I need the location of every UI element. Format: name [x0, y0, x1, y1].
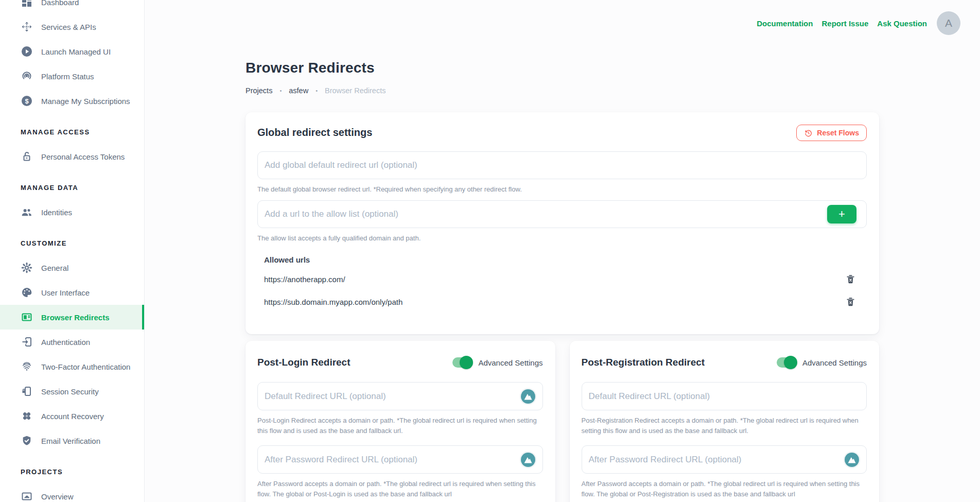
- breadcrumb-project-name[interactable]: asfew: [289, 86, 308, 95]
- mountain-circle-icon[interactable]: [520, 452, 536, 468]
- flow-cards-row: Post-Login Redirect Advanced Settings Po…: [246, 341, 879, 502]
- topbar: Documentation Report Issue Ask Question …: [757, 11, 960, 35]
- sidebar-item-session-security[interactable]: Session Security: [0, 379, 144, 404]
- post-login-card-title: Post-Login Redirect: [257, 356, 351, 369]
- ask-question-link[interactable]: Ask Question: [877, 19, 927, 28]
- dashboard-icon: [21, 0, 33, 8]
- sidebar-item-label: Overview: [41, 492, 74, 501]
- global-card-title: Global redirect settings: [257, 126, 867, 139]
- sidebar-item-label: Dashboard: [41, 0, 79, 7]
- sidebar-nav: Dashboard Services & APIs Launch Managed…: [0, 0, 144, 502]
- sidebar-item-manage-my-subscriptions[interactable]: $ Manage My Subscriptions: [0, 89, 144, 113]
- sidebar-item-label: Account Recovery: [41, 412, 104, 421]
- post-registration-default-url-input[interactable]: [582, 382, 867, 410]
- global-default-url-field: [257, 151, 867, 179]
- sidebar-item-label: Platform Status: [41, 72, 94, 81]
- sidebar-item-identities[interactable]: Identities: [0, 200, 144, 224]
- post-login-default-helper: Post-Login Redirect accepts a domain or …: [257, 416, 543, 436]
- gear-icon: [21, 262, 33, 274]
- sidebar-item-dashboard[interactable]: Dashboard: [0, 0, 144, 14]
- sidebar-item-label: User Interface: [41, 288, 90, 297]
- advanced-settings-label: Advanced Settings: [802, 358, 867, 367]
- post-login-redirect-card: Post-Login Redirect Advanced Settings Po…: [246, 341, 555, 502]
- post-registration-advanced-settings-toggle[interactable]: [777, 357, 796, 368]
- allow-list-input[interactable]: [257, 200, 867, 228]
- sidebar-item-services-apis[interactable]: Services & APIs: [0, 14, 144, 39]
- sidebar-item-general[interactable]: General: [0, 255, 144, 280]
- post-login-after-password-input[interactable]: [257, 445, 543, 474]
- allow-list-helper: The allow list accepts a fully qualified…: [257, 234, 867, 242]
- broadcast-icon: [21, 70, 33, 82]
- global-default-url-helper: The default global browser redirect url.…: [257, 185, 867, 193]
- post-login-after-password-field: [257, 445, 543, 474]
- svg-text:$: $: [25, 97, 29, 105]
- services-icon: [21, 21, 33, 33]
- image-icon: [21, 490, 33, 502]
- breadcrumb-projects[interactable]: Projects: [246, 86, 272, 95]
- play-circle-icon: [21, 45, 33, 58]
- add-allow-url-button[interactable]: +: [827, 205, 856, 223]
- mountain-circle-icon[interactable]: [520, 389, 536, 404]
- fingerprint-icon: [21, 360, 33, 373]
- sidebar-section-manage-access: MANAGE ACCESS: [0, 119, 144, 144]
- sidebar-item-label: Session Security: [41, 387, 99, 396]
- avatar[interactable]: A: [937, 11, 960, 35]
- sidebar-item-personal-access-tokens[interactable]: Personal Access Tokens: [0, 144, 144, 169]
- post-registration-redirect-card: Post-Registration Redirect Advanced Sett…: [570, 341, 880, 502]
- login-icon: [21, 336, 33, 348]
- sidebar-item-browser-redirects[interactable]: Browser Redirects: [0, 305, 144, 330]
- sidebar-item-label: Authentication: [41, 338, 90, 347]
- breadcrumb-current: Browser Redirects: [325, 86, 386, 95]
- sidebar-item-authentication[interactable]: Authentication: [0, 330, 144, 354]
- sidebar-item-label: Manage My Subscriptions: [41, 97, 130, 106]
- breadcrumb: Projects • asfew • Browser Redirects: [246, 86, 879, 95]
- advanced-settings-label: Advanced Settings: [478, 358, 542, 367]
- allowed-url-row: https://sub.domain.myapp.com/only/path: [264, 294, 867, 309]
- sidebar-item-overview[interactable]: Overview: [0, 484, 144, 502]
- post-registration-after-password-field: [582, 445, 867, 474]
- sidebar-item-user-interface[interactable]: User Interface: [0, 280, 144, 305]
- post-registration-default-url-field: [582, 382, 867, 410]
- delete-url-button[interactable]: [845, 274, 856, 285]
- allowed-url-value: https://anotherapp.com/: [264, 275, 345, 284]
- sidebar: Dashboard Services & APIs Launch Managed…: [0, 0, 145, 502]
- sidebar-section-manage-data: MANAGE DATA: [0, 175, 144, 200]
- post-login-advanced-settings-toggle[interactable]: [452, 357, 472, 368]
- page-title: Browser Redirects: [246, 60, 879, 76]
- reset-flows-button[interactable]: Reset Flows: [796, 125, 867, 141]
- reset-flows-label: Reset Flows: [817, 129, 859, 137]
- sidebar-section-customize: CUSTOMIZE: [0, 231, 144, 255]
- allowed-url-value: https://sub.domain.myapp.com/only/path: [264, 298, 402, 306]
- delete-url-button[interactable]: [845, 297, 856, 307]
- global-default-url-input[interactable]: [257, 151, 867, 179]
- mountain-circle-icon[interactable]: [844, 452, 860, 468]
- post-registration-card-title: Post-Registration Redirect: [582, 356, 705, 369]
- toggle-knob: [784, 356, 797, 369]
- plus-icon: +: [838, 209, 845, 220]
- report-issue-link[interactable]: Report Issue: [821, 19, 868, 28]
- sidebar-item-platform-status[interactable]: Platform Status: [0, 64, 144, 89]
- sidebar-item-label: Launch Managed UI: [41, 47, 111, 56]
- post-login-default-url-input[interactable]: [257, 382, 543, 410]
- sidebar-item-label: Identities: [41, 208, 72, 217]
- post-registration-after-password-input[interactable]: [582, 445, 867, 474]
- post-registration-default-helper: Post-Registration Redirect accepts a dom…: [582, 416, 867, 436]
- device-lock-icon: [21, 385, 33, 397]
- lock-open-icon: [21, 150, 33, 163]
- sidebar-item-two-factor-authentication[interactable]: Two-Factor Authentication: [0, 354, 144, 379]
- allowed-urls-section: Allowed urls https://anotherapp.com/ htt…: [257, 255, 867, 309]
- allow-list-field: +: [257, 200, 867, 228]
- post-login-default-url-field: [257, 382, 543, 410]
- content: Browser Redirects Projects • asfew • Bro…: [246, 0, 879, 502]
- sidebar-item-email-verification[interactable]: Email Verification: [0, 428, 144, 453]
- browser-window-icon: [21, 311, 33, 323]
- sidebar-item-launch-managed-ui[interactable]: Launch Managed UI: [0, 39, 144, 64]
- trash-icon: [845, 297, 856, 307]
- sidebar-item-account-recovery[interactable]: Account Recovery: [0, 404, 144, 428]
- palette-icon: [21, 286, 33, 299]
- post-login-after-password-helper: After Password accepts a domain or path.…: [257, 479, 543, 499]
- avatar-initial: A: [945, 17, 952, 29]
- breadcrumb-separator: •: [316, 88, 318, 94]
- bandage-icon: [21, 410, 33, 422]
- documentation-link[interactable]: Documentation: [757, 19, 813, 28]
